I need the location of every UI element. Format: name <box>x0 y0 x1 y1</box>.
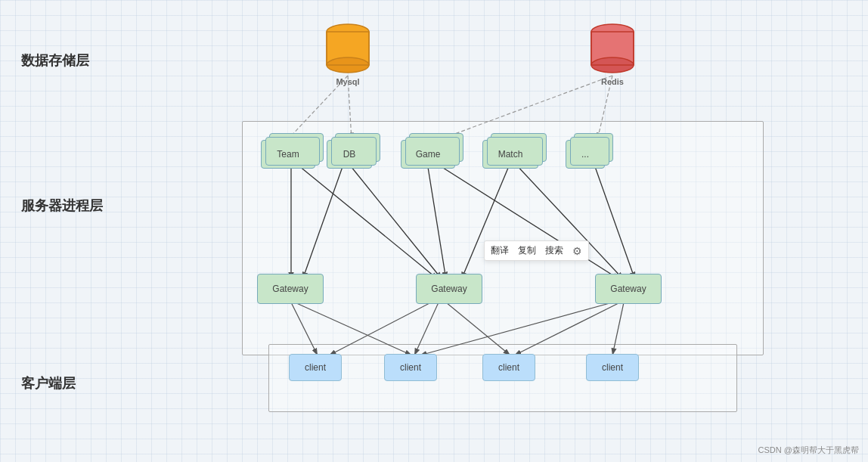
team-service: Team <box>261 140 315 169</box>
context-translate[interactable]: 翻译 <box>491 244 509 257</box>
db-service: DB <box>327 140 372 169</box>
gateway-3: Gateway <box>595 274 662 304</box>
context-search[interactable]: 搜索 <box>545 244 563 257</box>
watermark: CSDN @森明帮大于黑虎帮 <box>758 445 859 456</box>
client-4: client <box>586 354 639 381</box>
game-service: Game <box>401 140 455 169</box>
context-gear[interactable]: ⚙ <box>572 245 582 257</box>
gateway-2: Gateway <box>416 274 482 304</box>
context-copy[interactable]: 复制 <box>518 244 536 257</box>
redis-label: Redis <box>601 77 624 86</box>
context-menu: 翻译 复制 搜索 ⚙ <box>484 240 589 261</box>
client-3: client <box>482 354 535 381</box>
mysql-label: Mysql <box>336 77 359 86</box>
data-layer-label: 数据存储层 <box>21 51 89 70</box>
mysql-db: Mysql <box>325 21 370 86</box>
gateway-1: Gateway <box>257 274 324 304</box>
match-service: Match <box>482 140 538 169</box>
redis-db: Redis <box>590 21 635 86</box>
client-layer-label: 客户端层 <box>21 374 76 392</box>
server-layer-label: 服务器进程层 <box>21 197 103 215</box>
more-service: ... <box>566 140 605 169</box>
client-1: client <box>289 354 342 381</box>
client-2: client <box>384 354 437 381</box>
